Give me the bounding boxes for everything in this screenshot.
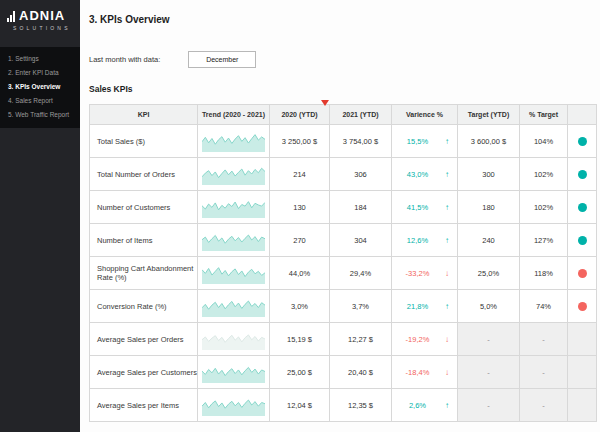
- page-title: 3. KPIs Overview: [80, 0, 600, 25]
- logo-tagline: SOLUTIONS: [13, 25, 80, 31]
- kpi-name-cell: Number of Items: [90, 224, 198, 257]
- trend-cell: [198, 290, 270, 323]
- trend-sparkline: [202, 394, 265, 416]
- value-2020-cell: 12,04 $: [270, 389, 330, 422]
- trend-cell: [198, 224, 270, 257]
- pct-target-cell: -: [520, 356, 568, 389]
- value-2021-cell: 20,40 $: [330, 356, 392, 389]
- target-cell: 25,0%: [458, 257, 520, 290]
- value-2020-cell: 3,0%: [270, 290, 330, 323]
- main-content: 3. KPIs Overview Last month with data: D…: [80, 0, 600, 432]
- variance-cell: 15,5%↑: [392, 125, 458, 158]
- variance-down-arrow-icon: ↓: [437, 335, 449, 344]
- variance-cell: -19,2%↓: [392, 323, 458, 356]
- status-cell: [568, 290, 597, 323]
- trend-sparkline: [202, 361, 265, 383]
- status-dot-good-icon: [578, 203, 587, 212]
- header-trend: Trend (2020 - 2021): [198, 105, 270, 125]
- variance-value: -18,4%: [398, 368, 437, 377]
- header-pct-target: % Target: [520, 105, 568, 125]
- pct-target-cell: 104%: [520, 125, 568, 158]
- variance-cell: -33,2%↓: [392, 257, 458, 290]
- value-2021-cell: 29,4%: [330, 257, 392, 290]
- status-cell: [568, 158, 597, 191]
- table-row: Average Sales per Items12,04 $12,35 $2,6…: [90, 389, 597, 422]
- table-row: Shopping Cart Abandonment Rate (%)44,0%2…: [90, 257, 597, 290]
- trend-cell: [198, 323, 270, 356]
- status-cell: [568, 125, 597, 158]
- header-variance: Varience %: [392, 105, 458, 125]
- table-row: Number of Items27030412,6%↑240127%: [90, 224, 597, 257]
- variance-up-arrow-icon: ↑: [437, 137, 449, 146]
- value-2021-cell: 3,7%: [330, 290, 392, 323]
- pct-target-cell: 127%: [520, 224, 568, 257]
- variance-value: 43,0%: [398, 170, 437, 179]
- value-2020-cell: 130: [270, 191, 330, 224]
- trend-cell: [198, 257, 270, 290]
- trend-cell: [198, 191, 270, 224]
- target-cell: 180: [458, 191, 520, 224]
- status-cell: [568, 389, 597, 422]
- variance-cell: 21,8%↑: [392, 290, 458, 323]
- trend-sparkline: [202, 196, 265, 218]
- last-month-control: Last month with data: December: [89, 51, 600, 68]
- target-cell: 240: [458, 224, 520, 257]
- trend-cell: [198, 389, 270, 422]
- sidebar-item-settings[interactable]: 1. Settings: [8, 55, 72, 63]
- status-cell: [568, 191, 597, 224]
- pct-target-cell: -: [520, 389, 568, 422]
- sidebar-menu: 1. Settings 2. Enter KPI Data 3. KPIs Ov…: [0, 47, 80, 128]
- last-month-label: Last month with data:: [89, 55, 160, 64]
- logo-bars-icon: [7, 11, 16, 22]
- variance-cell: 12,6%↑: [392, 224, 458, 257]
- value-2020-cell: 3 250,00 $: [270, 125, 330, 158]
- sidebar-item-kpis-overview[interactable]: 3. KPIs Overview: [8, 83, 72, 91]
- pct-target-cell: 118%: [520, 257, 568, 290]
- kpi-name-cell: Shopping Cart Abandonment Rate (%): [90, 257, 198, 290]
- target-cell: 5,0%: [458, 290, 520, 323]
- variance-value: -33,2%: [398, 269, 437, 278]
- trend-cell: [198, 158, 270, 191]
- pct-target-cell: 102%: [520, 191, 568, 224]
- variance-value: 15,5%: [398, 137, 437, 146]
- variance-value: 21,8%: [398, 302, 437, 311]
- variance-cell: 2,6%↑: [392, 389, 458, 422]
- sidebar: ADNIA SOLUTIONS 1. Settings 2. Enter KPI…: [0, 0, 80, 432]
- header-status: [568, 105, 597, 125]
- table-row: Number of Customers13018441,5%↑180102%: [90, 191, 597, 224]
- value-2021-cell: 184: [330, 191, 392, 224]
- trend-cell: [198, 356, 270, 389]
- kpi-name-cell: Number of Customers: [90, 191, 198, 224]
- sidebar-item-sales-report[interactable]: 4. Sales Report: [8, 97, 72, 105]
- target-cell: 300: [458, 158, 520, 191]
- sidebar-item-web-traffic-report[interactable]: 5. Web Traffic Report: [8, 111, 72, 119]
- variance-down-arrow-icon: ↓: [437, 368, 449, 377]
- header-target-ytd: Target (YTD): [458, 105, 520, 125]
- value-2021-cell: 12,27 $: [330, 323, 392, 356]
- variance-value: 41,5%: [398, 203, 437, 212]
- variance-down-arrow-icon: ↓: [437, 269, 449, 278]
- status-cell: [568, 224, 597, 257]
- value-2020-cell: 270: [270, 224, 330, 257]
- target-cell: 3 600,00 $: [458, 125, 520, 158]
- table-row: Total Number of Orders21430643,0%↑300102…: [90, 158, 597, 191]
- table-row: Conversion Rate (%)3,0%3,7%21,8%↑5,0%74%: [90, 290, 597, 323]
- variance-up-arrow-icon: ↑: [437, 401, 449, 410]
- variance-up-arrow-icon: ↑: [437, 302, 449, 311]
- table-row: Average Sales per Customers25,00 $20,40 …: [90, 356, 597, 389]
- value-2020-cell: 44,0%: [270, 257, 330, 290]
- kpi-name-cell: Average Sales per Items: [90, 389, 198, 422]
- header-2020-ytd: 2020 (YTD): [270, 105, 330, 125]
- last-month-select[interactable]: December: [188, 51, 256, 68]
- target-cell: -: [458, 389, 520, 422]
- table-header-row: KPI Trend (2020 - 2021) 2020 (YTD) 2021 …: [90, 105, 597, 125]
- table-row: Total Sales ($)3 250,00 $3 754,00 $15,5%…: [90, 125, 597, 158]
- header-2021-ytd: 2021 (YTD): [330, 105, 392, 125]
- kpi-table-wrap: KPI Trend (2020 - 2021) 2020 (YTD) 2021 …: [89, 104, 597, 422]
- variance-value: 12,6%: [398, 236, 437, 245]
- status-dot-bad-icon: [578, 302, 587, 311]
- sidebar-item-enter-kpi-data[interactable]: 2. Enter KPI Data: [8, 69, 72, 77]
- trend-sparkline: [202, 328, 265, 350]
- value-2021-cell: 12,35 $: [330, 389, 392, 422]
- logo-text: ADNIA: [19, 10, 65, 22]
